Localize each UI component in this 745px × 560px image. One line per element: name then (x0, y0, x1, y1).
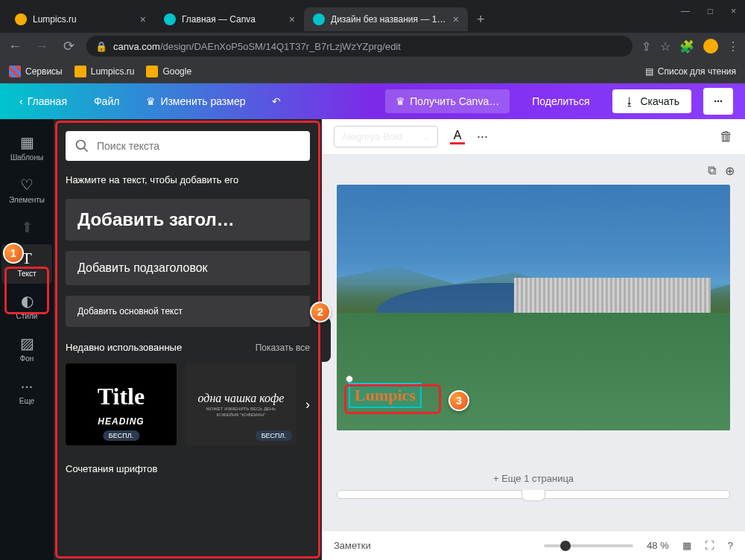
text-toolbar: Alegreya Bold ⌵ A ··· 🗑 (322, 119, 745, 155)
window-minimize[interactable]: — (681, 6, 690, 16)
styles-icon: ◐ (21, 293, 34, 309)
add-heading-button[interactable]: Добавить загол… (66, 199, 310, 241)
file-menu[interactable]: Файл (86, 91, 127, 112)
reading-list-button[interactable]: ▤ Список для чтения (645, 66, 736, 77)
templates-icon: ▦ (20, 134, 34, 150)
sidebar-styles[interactable]: ◐Стили (1, 287, 52, 326)
template-card[interactable]: Title HEADING БЕСПЛ. (66, 363, 177, 445)
free-badge: БЕСПЛ. (103, 430, 139, 441)
canvas-image[interactable]: Lumpics 3 ↻ ✥ (337, 185, 730, 430)
extensions-icon[interactable]: 🧩 (679, 39, 694, 54)
window-maximize[interactable]: □ (708, 6, 713, 16)
share-button[interactable]: Поделиться (522, 89, 600, 113)
undo-button[interactable]: ↶ (264, 91, 288, 112)
resize-button[interactable]: ♛ Изменить размер (139, 91, 253, 112)
sidebar-uploads[interactable]: ⬆ (1, 213, 52, 241)
sidebar-background[interactable]: ▨Фон (1, 329, 52, 369)
tab-canva-design[interactable]: Дизайн без названия — 1024 × (304, 7, 468, 31)
annotation-marker-2: 2 (310, 302, 331, 322)
add-page-button[interactable]: + Еще 1 страница (493, 473, 574, 484)
bookmark-google[interactable]: Google (146, 66, 191, 77)
tab-title: Главная — Canva (182, 14, 283, 25)
collapse-panel-button[interactable] (320, 317, 331, 362)
duplicate-icon[interactable]: ⧉ (708, 164, 716, 178)
add-icon[interactable]: ⊕ (725, 164, 735, 178)
back-button[interactable]: ← (6, 39, 24, 54)
search-icon (74, 139, 89, 153)
template-card[interactable]: одна чашка кофе МОЖЕТ ИЗМЕНИТЬ ВЕСЬ ДЕНЬ… (186, 363, 297, 445)
address-bar: ← → ⟳ 🔒 canva.com/design/DAEnXoP5oSM/14Q… (0, 33, 745, 60)
background-icon: ▨ (20, 335, 34, 351)
share-icon[interactable]: ⇪ (641, 39, 651, 54)
sidebar-templates[interactable]: ▦Шаблоны (1, 128, 52, 168)
free-badge: БЕСПЛ. (256, 430, 292, 441)
sidebar: ▦Шаблоны ♡Элементы ⬆ TТекст ◐Стили ▨Фон … (0, 119, 54, 560)
get-canva-button[interactable]: ♛ Получить Canva… (385, 89, 510, 113)
apps-icon (9, 66, 21, 77)
bookmark-lumpics[interactable]: Lumpics.ru (74, 66, 135, 77)
editor: 2 Alegreya Bold ⌵ A ··· 🗑 ⧉ ⊕ (322, 119, 745, 560)
tab-title: Дизайн без названия — 1024 (331, 14, 447, 25)
sidebar-elements[interactable]: ♡Элементы (1, 171, 52, 210)
annotation-marker-1: 1 (3, 243, 24, 264)
notes-button[interactable]: Заметки (334, 540, 371, 551)
font-select[interactable]: Alegreya Bold ⌵ (334, 126, 438, 147)
add-body-button[interactable]: Добавить основной текст (66, 296, 310, 327)
combos-heading: Сочетания шрифтов (66, 463, 157, 474)
canvas[interactable]: ⧉ ⊕ Lumpics 3 ↻ ✥ + Еще 1 страница (322, 155, 745, 530)
close-icon[interactable]: × (289, 13, 295, 25)
toolbar-more[interactable]: ··· (477, 129, 488, 144)
forward-button[interactable]: → (33, 39, 51, 54)
canva-header: ‹ Главная Файл ♛ Изменить размер ↶ ♛ Пол… (0, 83, 745, 119)
add-subheading-button[interactable]: Добавить подзаголовок (66, 251, 310, 285)
chevron-right-icon[interactable]: › (305, 397, 310, 413)
fullscreen-icon[interactable]: ⛶ (705, 540, 714, 551)
folder-icon (146, 66, 158, 77)
zoom-slider[interactable] (544, 544, 633, 547)
star-icon[interactable]: ☆ (660, 39, 670, 54)
reload-button[interactable]: ⟳ (60, 38, 77, 54)
list-icon: ▤ (645, 66, 653, 77)
search-field[interactable] (97, 140, 301, 152)
rotate-handle[interactable] (346, 375, 353, 383)
help-icon[interactable]: ? (728, 540, 733, 551)
browser-tabs: Lumpics.ru × Главная — Canva × Дизайн бе… (0, 6, 745, 33)
footer: Заметки 48 % ▦ ⛶ ? (322, 530, 745, 560)
close-icon[interactable]: × (453, 13, 459, 25)
chevron-down-icon: ⌵ (424, 131, 430, 142)
svg-line-1 (84, 148, 88, 152)
delete-button[interactable]: 🗑 (720, 129, 733, 144)
svg-point-0 (77, 141, 86, 150)
crown-icon: ♛ (396, 95, 405, 107)
url-input[interactable]: 🔒 canva.com/design/DAEnXoP5oSM/14Q1T37r_… (86, 36, 633, 57)
font-color-button[interactable]: A (450, 129, 465, 144)
download-button[interactable]: ⭳ Скачать (612, 89, 692, 113)
download-icon: ⭳ (624, 95, 635, 107)
text-element[interactable]: Lumpics (349, 383, 422, 408)
window-close[interactable]: × (731, 6, 736, 16)
crown-icon: ♛ (146, 95, 156, 107)
instruction-text: Нажмите на текст, чтобы добавить его (66, 171, 310, 188)
profile-avatar[interactable] (703, 39, 718, 54)
sidebar-more[interactable]: ···Еще (1, 372, 52, 411)
show-all-link[interactable]: Показать все (256, 343, 310, 353)
favicon (164, 13, 176, 25)
apps-button[interactable]: Сервисы (9, 66, 63, 77)
elements-icon: ♡ (20, 176, 34, 193)
home-button[interactable]: ‹ Главная (12, 91, 74, 112)
close-icon[interactable]: × (140, 13, 146, 25)
tab-lumpics[interactable]: Lumpics.ru × (6, 7, 155, 31)
zoom-value: 48 % (647, 540, 669, 551)
menu-icon[interactable]: ⋮ (727, 39, 739, 54)
more-button[interactable]: ··· (703, 88, 733, 115)
horizontal-scrollbar[interactable] (337, 490, 730, 499)
lock-icon: 🔒 (95, 41, 107, 52)
tab-canva-home[interactable]: Главная — Canva × (155, 7, 304, 31)
recent-heading: Недавно использованные (66, 342, 182, 353)
annotation-marker-3: 3 (448, 390, 469, 411)
chevron-left-icon: ‹ (19, 95, 23, 107)
new-tab-button[interactable]: + (468, 12, 494, 28)
folder-icon (74, 66, 86, 77)
search-input[interactable] (66, 131, 310, 161)
grid-view-icon[interactable]: ▦ (682, 540, 691, 551)
